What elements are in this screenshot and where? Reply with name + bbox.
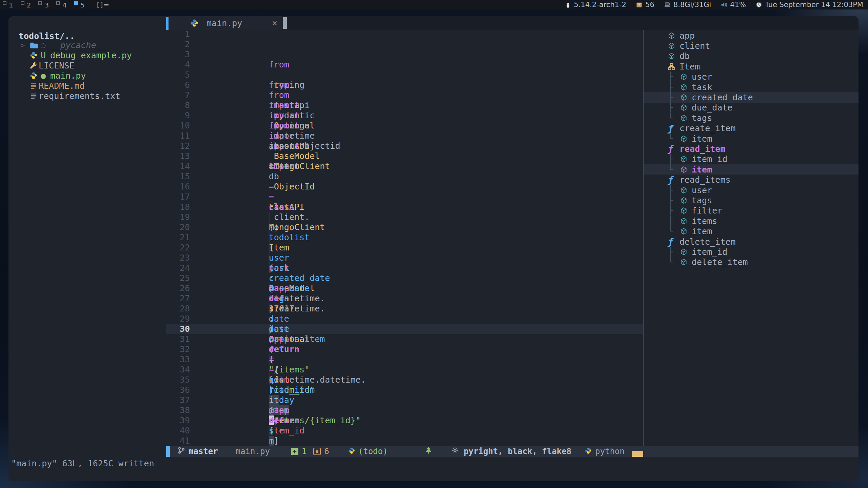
line-number: 20 [166, 222, 190, 232]
code-line[interactable]: 8 [166, 100, 643, 110]
outline-symbol[interactable]: ├ ƒ due_date [644, 103, 859, 113]
symbol-name: item [692, 134, 712, 144]
code-line[interactable]: 19 ▏ due_date : datetime. date [166, 212, 643, 222]
file-name: requirements.txt [39, 91, 120, 101]
code-line[interactable]: 29 def read_item ( item_id [166, 314, 643, 324]
code-line[interactable]: 6 import datetime [166, 80, 643, 90]
file-tree-item[interactable]: LICENSE [8, 60, 166, 70]
code-line[interactable]: 13 [166, 151, 643, 161]
statusbar-text: 5.14.2-arch1-2 [574, 1, 627, 9]
outline-symbol[interactable]: ├ ƒ filter [644, 206, 859, 216]
code-line[interactable]: 16 ▏ user : str [166, 182, 643, 192]
code-line[interactable]: 36 def read_items ( user [166, 385, 643, 395]
workspace-button[interactable]: 1 [0, 0, 18, 9]
code-token: ▏ [269, 243, 274, 252]
tree-guide: ├ [668, 185, 680, 195]
outline-symbol[interactable]: ƒ app [644, 30, 859, 41]
code-line[interactable]: 11 client = MongoClient ( [166, 131, 643, 141]
code-line[interactable]: 2 [166, 39, 643, 49]
code-line[interactable]: 7 from bson.objectid import ObjectId [166, 90, 643, 100]
outline-symbol[interactable]: └ ƒ item [644, 226, 859, 236]
code-line[interactable]: 9 app = FastAPI () [166, 110, 643, 121]
code-line[interactable]: 24 def create_item ( item [166, 263, 643, 273]
variable-icon [680, 218, 692, 225]
code-line[interactable]: 31 ▏ item [ "_id" [166, 334, 643, 344]
line-number: 37 [166, 395, 190, 405]
outline-symbol[interactable]: ├ ƒ created_date [644, 92, 859, 102]
code-line[interactable]: 21 ▏ [166, 232, 643, 243]
outline-symbol[interactable]: ƒ create_item [644, 123, 859, 134]
code-line[interactable]: 41 ▏ ▏ filter = [166, 436, 643, 446]
outline-symbol[interactable]: ƒ Item [644, 61, 859, 72]
outline-symbol[interactable]: └ ƒ item [644, 164, 859, 175]
code-line[interactable]: 34 [166, 365, 643, 375]
outline-symbol[interactable]: └ ƒ item [644, 134, 859, 144]
code-line[interactable]: 17 ▏ task : str [166, 192, 643, 202]
file-tree-item[interactable]: > ◌ __pycache__ [8, 40, 166, 50]
code-line[interactable]: 32 ▏ return item [166, 344, 643, 354]
outline-symbol[interactable]: ├ ƒ user [644, 185, 859, 195]
symbol-name: db [679, 51, 690, 61]
symbol-name: item [692, 165, 712, 175]
tab-title: main.py [206, 18, 242, 28]
code-line[interactable]: 18 ▏ created_date : datetime. date [166, 202, 643, 212]
file-tree-item[interactable]: requirements.txt [8, 91, 166, 101]
virtualenv-name: (todo) [358, 447, 388, 456]
code-token: client [269, 161, 304, 171]
line-number: 35 [166, 375, 190, 385]
code-line[interactable]: 27 [166, 293, 643, 304]
workspace-button[interactable]: 5 [72, 0, 90, 9]
outline-symbol[interactable]: ƒ delete_item [644, 237, 859, 247]
code-line[interactable]: 14 [166, 161, 643, 171]
code-line[interactable]: 26 [166, 283, 643, 293]
outline-symbol[interactable]: ƒ read_items [644, 175, 859, 185]
outline-symbol[interactable]: ├ ƒ task [644, 82, 859, 92]
code-line[interactable]: 35 @app . get ( "/items" [166, 375, 643, 385]
code-line[interactable]: 1 from typing import Optional , [166, 30, 643, 39]
python-icon [348, 447, 355, 456]
outline-symbol[interactable]: ├ ƒ item_id [644, 247, 859, 257]
code-line[interactable]: 38 ▏ if user: [166, 405, 643, 415]
code-line[interactable]: 39 ▏ ▏ filter = [166, 415, 643, 426]
line-number: 38 [166, 405, 190, 415]
outline-symbol[interactable]: ├ ƒ user [644, 72, 859, 82]
file-tree-item[interactable]: U debug_example.py [8, 50, 166, 60]
file-tree-item[interactable]: README.md [8, 81, 166, 91]
outline-symbol[interactable]: ƒ client [644, 41, 859, 51]
code-line[interactable]: 40 ▏ if tags: [166, 426, 643, 436]
code-line[interactable]: 12 db = client. todolist [166, 141, 643, 151]
outline-symbol[interactable]: ├ ƒ items [644, 216, 859, 226]
code-line[interactable]: 5 from pymongo import MongoClient [166, 70, 643, 80]
outline-symbol[interactable]: ƒ read_item [644, 144, 859, 154]
outline-symbol[interactable]: ├ ƒ tags [644, 195, 859, 205]
code-line[interactable]: 23 @app . post ( "/items" [166, 253, 643, 263]
line-number: 26 [166, 283, 190, 293]
outline-symbol[interactable]: └ ƒ delete_item [644, 257, 859, 267]
file-tree-item[interactable]: ● main.py [8, 70, 166, 81]
tree-guide: ├ [668, 72, 680, 82]
code-line[interactable]: 22 [166, 243, 643, 253]
code-line[interactable]: 4 from pydantic import BaseModel [166, 60, 643, 70]
workspace-button[interactable]: 3 [36, 0, 54, 9]
clock-icon [755, 1, 762, 8]
outline-symbol[interactable]: ƒ db [644, 51, 859, 61]
outline-symbol[interactable]: └ ƒ tags [644, 113, 859, 123]
workspace-button[interactable]: 4 [54, 0, 72, 9]
code-line[interactable]: 15 class Item ( BaseModel [166, 171, 643, 182]
code-line[interactable]: 25 ▏ return { "item_id" [166, 273, 643, 283]
tab-main-py[interactable]: main.py × [169, 16, 282, 30]
tree-guide: ├ [668, 154, 680, 164]
code-editor[interactable]: 1 from typing import Optional , [166, 30, 643, 446]
code-line[interactable]: 30 ▏ it e m [166, 324, 643, 334]
layout-symbol: []= [97, 1, 110, 9]
code-line[interactable]: 10 [166, 121, 643, 131]
outline-symbol[interactable]: ├ ƒ item_id [644, 154, 859, 164]
symbol-name: create_item [679, 123, 736, 133]
code-line[interactable]: 33 [166, 354, 643, 365]
code-line[interactable]: 3 from fastapi import FastAPI [166, 49, 643, 60]
code-line[interactable]: 28 @app . get ( "/items/{item_id}" [166, 304, 643, 314]
code-line[interactable]: 37 ▏ filter = {} [166, 395, 643, 405]
code-line[interactable]: 20 ▏ tags : Optional [166, 222, 643, 232]
workspace-button[interactable]: 2 [18, 0, 36, 9]
close-icon[interactable]: × [272, 18, 277, 28]
